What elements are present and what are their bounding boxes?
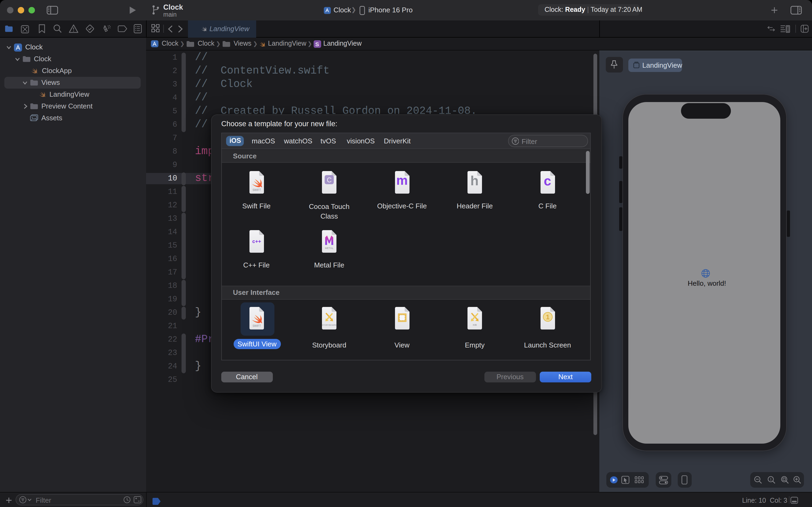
svg-text:XIB: XIB <box>473 323 477 326</box>
svg-text:C: C <box>327 176 332 183</box>
svg-text:m: m <box>396 173 408 187</box>
svg-text:c: c <box>543 173 551 188</box>
svg-text:STORYBOARD: STORYBOARD <box>322 324 337 326</box>
svg-text:1: 1 <box>770 477 772 481</box>
svg-text:SWIFT: SWIFT <box>252 188 260 191</box>
svg-text:METAL: METAL <box>325 246 334 249</box>
svg-text:SWIFT: SWIFT <box>252 324 260 327</box>
svg-text:c++: c++ <box>252 238 261 244</box>
svg-text:1: 1 <box>545 314 549 321</box>
svg-text:h: h <box>470 173 479 188</box>
